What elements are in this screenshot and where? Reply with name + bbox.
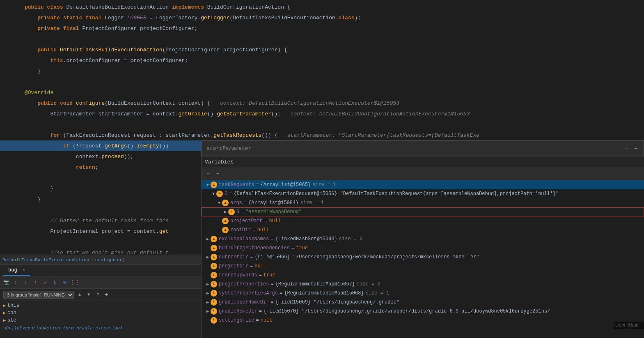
var-info-icon-sysProps: i	[211, 290, 217, 297]
tooltip-popup: startParameter ← →	[201, 140, 644, 156]
var-expand-icon-projectPath	[216, 219, 222, 223]
var-info-icon-projectProps: i	[211, 281, 217, 287]
var-expand-icon-projectProps: ▶	[205, 282, 211, 287]
var-expand-icon-excluded: ▶	[205, 237, 211, 241]
stack-item-3[interactable]: ▶ ste	[0, 317, 201, 324]
var-info-icon: i	[211, 182, 217, 188]
var-info-icon-buildDeps: i	[211, 245, 217, 251]
tooltip-label: startParameter	[206, 145, 251, 152]
var-array-icon: =	[216, 191, 223, 197]
stack-arrow-icon: ▶	[3, 303, 6, 308]
nav-back-icon[interactable]: ←	[625, 145, 628, 152]
var-expand-icon: ▼	[205, 183, 211, 187]
variables-panel-header: Variables	[202, 156, 644, 168]
step-over-btn[interactable]: ↕	[11, 278, 20, 287]
var-row-args-0[interactable]: ▶ = 0 = "assembleWapaDebug"	[202, 207, 644, 216]
var-expand-icon-searchUpwards	[205, 273, 211, 278]
var-info-icon-rootDir: i	[222, 227, 229, 233]
thread-select[interactable]: 3 in group "main": RUNNING	[3, 291, 74, 299]
thread-down-btn[interactable]: ▼	[85, 292, 92, 298]
var-row-gradleUserHomeDir[interactable]: ▶ i gradleUserHomeDir = {File@15069} "/U…	[202, 298, 644, 307]
breadcrumb-bar: DefaultTasksBuildExecutionAction › confi…	[0, 255, 201, 265]
code-line-9: @Override	[0, 87, 644, 98]
run-to-cursor-btn[interactable]: ↻	[51, 278, 59, 287]
code-line-2: private static final Logger LOGGER = Log…	[0, 12, 644, 23]
evaluate-btn[interactable]: ⊞	[61, 278, 69, 287]
var-expand-icon-gradleHome: ▶	[205, 309, 211, 314]
tab-bug[interactable]: bug ×	[3, 266, 30, 276]
stack-class-name[interactable]: sBuildExecutionAction (org.gradle.execut…	[0, 325, 201, 331]
tab-close-icon[interactable]: ×	[23, 268, 25, 273]
step-down-btn[interactable]: ↓	[21, 278, 30, 287]
code-line-10: public void configure(BuildExecutionCont…	[0, 98, 644, 108]
variables-toolbar: ← →	[202, 168, 644, 179]
breadcrumb-class[interactable]: DefaultTasksBuildExecutionAction	[2, 258, 89, 262]
var-expand-icon-projectDir	[205, 264, 211, 269]
watermark: CSDN @九生一	[614, 322, 644, 329]
var-expand-icon-args: ▼	[216, 201, 222, 205]
var-row-excludedTaskNames[interactable]: ▶ i excludedTaskNames = {LinkedHashSet@1…	[202, 235, 644, 244]
var-info-icon-excluded: i	[211, 236, 217, 242]
var-row-projectPath[interactable]: i projectPath = null	[202, 216, 644, 225]
vars-back-btn[interactable]: ←	[205, 170, 212, 177]
code-line-5: public DefaultTasksBuildExecutionAction(…	[0, 44, 644, 55]
var-row-projectProperties[interactable]: ▶ i projectProperties = {RegularImmutabl…	[202, 280, 644, 289]
var-row-args[interactable]: ▼ i args = {ArrayList@15084} size = 1	[202, 198, 644, 207]
debugger-toolbar: 📷 ↕ ↓ ↑ ↗ ↻ ⊞ ⋮⋮	[0, 276, 201, 289]
code-line-1: public class DefaultTasksBuildExecutionA…	[0, 2, 644, 12]
code-line-11: StartParameter startParameter = context.…	[0, 108, 644, 119]
code-line-13: for (TaskExecutionRequest request : star…	[0, 130, 644, 140]
step-up-btn[interactable]: ↑	[31, 278, 39, 287]
breadcrumb-method[interactable]: configure()	[95, 258, 125, 262]
thread-up-btn[interactable]: ▲	[76, 292, 83, 298]
thread-info: 3 in group "main": RUNNING ▲ ▼ ⚲ +	[0, 289, 201, 301]
var-row-systemPropertiesArgs[interactable]: ▶ i systemPropertiesArgs = {RegularImmut…	[202, 289, 644, 298]
stack-item-2[interactable]: ▶ con	[0, 309, 201, 317]
var-row-gradleHomeDir[interactable]: ▶ i gradleHomeDir = {File@15070} "/Users…	[202, 307, 644, 316]
panel-tab-bar: bug ×	[0, 265, 201, 276]
var-row-buildProjectDeps[interactable]: i buildProjectDependencies = true	[202, 244, 644, 253]
var-info-icon-projectDir: i	[211, 263, 217, 269]
add-btn[interactable]: +	[103, 292, 109, 298]
stack-arrow-icon-3: ▶	[3, 318, 6, 323]
nav-forward-icon[interactable]: →	[634, 145, 637, 152]
vars-forward-btn[interactable]: →	[214, 170, 221, 177]
var-row-currentDir[interactable]: ▶ i currentDir = {File@15066} "/Users/di…	[202, 253, 644, 262]
stack-trace-list: ▶ this ▶ con ▶ ste	[0, 301, 201, 325]
debug-bottom-panel: DefaultTasksBuildExecutionAction › confi…	[0, 255, 201, 338]
var-row-rootDir[interactable]: i rootDir = null	[202, 225, 644, 235]
code-line-4	[0, 34, 644, 44]
step-into-btn[interactable]: ↗	[41, 278, 49, 287]
var-row-projectDir[interactable]: i projectDir = null	[202, 262, 644, 271]
var-expand-icon-settingsFile	[205, 318, 211, 323]
var-expand-icon-currentDir: ▶	[205, 255, 211, 260]
var-expand-icon-args-0: ▶	[222, 209, 228, 214]
var-row-taskRequests[interactable]: ▼ i taskRequests = {ArrayList@15065} siz…	[202, 180, 644, 189]
var-info-icon-args: i	[222, 200, 229, 206]
stack-arrow-icon-2: ▶	[3, 310, 6, 315]
variables-panel: Variables ← → ▼ i taskRequests = {ArrayL…	[201, 156, 644, 338]
var-string-icon: =	[228, 209, 235, 215]
camera-icon[interactable]: 📷	[2, 279, 10, 286]
var-info-icon-searchUpwards: i	[211, 272, 217, 278]
var-expand-icon-rootDir	[216, 228, 222, 232]
var-row-searchUpwards[interactable]: i searchUpwards = true	[202, 271, 644, 280]
var-expand-icon-0: ▼	[211, 192, 216, 196]
var-expand-icon-sysProps: ▶	[205, 291, 211, 296]
var-info-icon-currentDir: i	[211, 254, 217, 260]
var-expand-icon-gradleUserHome: ▶	[205, 300, 211, 305]
variables-title: Variables	[205, 159, 234, 165]
var-info-icon-settingsFile: i	[211, 317, 217, 324]
code-line-7: }	[0, 66, 644, 76]
var-row-0[interactable]: ▼ = 0 = {DefaultTaskExecutionRequest@150…	[202, 189, 644, 198]
var-expand-icon-buildDeps	[205, 246, 211, 251]
var-info-icon-projectPath: i	[222, 218, 229, 224]
variables-tree: ▼ i taskRequests = {ArrayList@15065} siz…	[202, 179, 644, 336]
code-line-3: private final ProjectConfigurer projectC…	[0, 23, 644, 34]
more-btn[interactable]: ⋮⋮	[71, 278, 79, 287]
code-line-6: this.projectConfigurer = projectConfigur…	[0, 55, 644, 66]
stack-item-1[interactable]: ▶ this	[0, 302, 201, 309]
var-row-settingsFile[interactable]: i settingsFile = null	[202, 316, 644, 325]
code-line-8	[0, 76, 644, 87]
filter-btn[interactable]: ⚲	[94, 292, 101, 298]
